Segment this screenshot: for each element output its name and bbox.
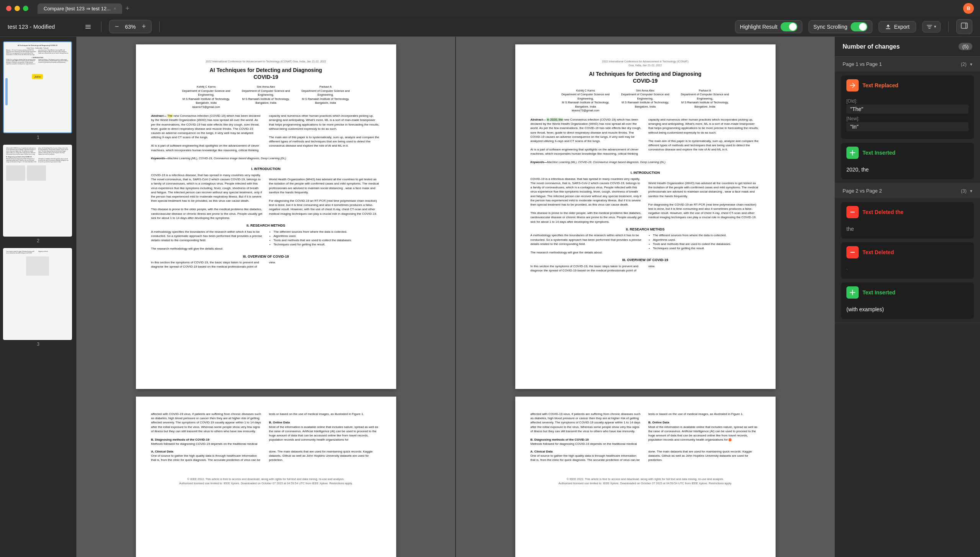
svg-rect-3 (961, 23, 967, 28)
change-card-deleted-the: Text Deleted the the (841, 202, 974, 238)
tab-label: Compare [test 123 ⇒ test 12... (44, 6, 111, 11)
layers-button[interactable] (83, 22, 93, 31)
left-doc-section: I. INTRODUCTION COVID-19 is a infectious… (151, 163, 381, 269)
right-doc-authors: Kshitij C Karns Department of Computer S… (531, 89, 760, 113)
change-card-inserted-1-header: Text Inserted (841, 143, 974, 163)
left-doc-page2-content: affected with COVID-19 virus, if patient… (151, 412, 381, 446)
change-card-replaced-body: [Old]: "The" [New]: "In" (841, 95, 974, 139)
old-value: "The" (846, 105, 969, 114)
change-card-deleted-the-header: Text Deleted the (841, 202, 974, 222)
deleted-icon-the (846, 206, 859, 218)
changes-panel: Number of changes (5) Page 1 vs Page 1 (… (835, 37, 980, 557)
tab-close-icon[interactable]: × (114, 6, 116, 11)
active-tab[interactable]: Compare [test 123 ⇒ test 12... × (38, 3, 122, 14)
tab-bar: Compare [test 123 ⇒ test 12... × + (38, 3, 963, 14)
left-doc-abstract: Abstract— The new Coronavirus infection … (151, 114, 381, 152)
sidebar-toggle-button[interactable] (956, 19, 972, 34)
right-doc-panel[interactable]: 2022 International Conference for Advanc… (456, 37, 835, 557)
change-card-deleted-header: Text Deleted (841, 242, 974, 262)
main-layout: AI Techniques for Detecting and Diagnosi… (0, 37, 980, 557)
highlight-result-knob (789, 23, 797, 31)
doc-title: test 123 - Modified (8, 23, 77, 30)
page-section-2-count: (3) ▾ (961, 188, 972, 194)
thumb-annotation-bar (5, 78, 8, 105)
deleted-label: Text Deleted (862, 249, 894, 255)
highlight-result-toggle[interactable]: Highlight Result (735, 20, 802, 33)
thumbnail-page-3[interactable]: Lorem ipsum content for page 3 thumbnail… (3, 248, 73, 347)
thumbnail-page-2[interactable]: affected with COVID-19 virus. If patient… (3, 145, 73, 243)
thumbnail-panel: AI Techniques for Detecting and Diagnosi… (0, 37, 77, 557)
thumbnail-page-1[interactable]: AI Techniques for Detecting and Diagnosi… (3, 41, 73, 140)
sync-scrolling-switch[interactable] (851, 22, 867, 31)
toolbar-divider-3 (948, 21, 949, 32)
change-card-deleted: Text Deleted · (841, 242, 974, 279)
right-doc-keywords: Keywords—Machine Learning (ML), COVID-19… (531, 160, 760, 165)
tab-add-icon[interactable]: + (125, 5, 129, 13)
replaced-icon (846, 79, 859, 91)
left-doc-title: AI Techniques for Detecting and Diagnosi… (151, 67, 381, 80)
replaced-label: Text Replaced (862, 82, 898, 88)
thumb-page-num-1: 1 (3, 135, 73, 140)
left-doc-panel[interactable]: 2022 International Conference for Advanc… (77, 37, 456, 557)
inserted-icon-1 (846, 147, 859, 159)
deleted-content-the: the (841, 222, 974, 238)
maximize-button[interactable] (23, 6, 28, 11)
change-card-replaced: Text Replaced [Old]: "The" [New]: "In" (841, 75, 974, 139)
deleted-label-the: Text Deleted the (862, 209, 903, 215)
right-doc-page-1: 2022 International Conference for Advanc… (515, 44, 776, 389)
deleted-content: · (841, 262, 974, 279)
right-doc-section: I. INTRODUCTION COVID-19 is a infectious… (531, 167, 760, 273)
change-card-inserted-2: Text Inserted (with examples) (841, 283, 974, 319)
svg-rect-2 (85, 28, 91, 29)
svg-rect-1 (85, 26, 91, 27)
zoom-decrease-button[interactable]: − (113, 22, 121, 31)
page-section-2-header[interactable]: Page 2 vs Page 2 (3) ▾ (835, 183, 980, 198)
user-avatar: B (963, 3, 974, 14)
left-doc-page2-content-b: A. Clinical Data One of source to gather… (151, 449, 381, 462)
title-bar: Compare [test 123 ⇒ test 12... × + B (0, 0, 980, 17)
new-value: "In" (846, 122, 969, 131)
right-doc-title: AI Techniques for Detecting and Diagnosi… (531, 70, 760, 84)
change-card-inserted-1: Text Inserted 2020, the (841, 143, 974, 179)
changes-title: Number of changes (843, 43, 900, 50)
page-section-1: Page 1 vs Page 1 (2) ▾ Text Replaced (835, 57, 980, 183)
zoom-increase-button[interactable]: + (140, 22, 148, 31)
left-doc-keywords: Keywords—Machine Learning (ML), COVID-19… (151, 156, 381, 161)
highlight-result-switch[interactable] (781, 22, 797, 31)
thumbnail-img-3: Lorem ipsum content for page 3 thumbnail… (3, 248, 72, 340)
minimize-button[interactable] (15, 6, 20, 11)
section-2-chevron-icon: ▾ (970, 188, 972, 194)
thumb-page-num-2: 2 (3, 238, 73, 243)
inserted-label-1: Text Inserted (862, 150, 895, 156)
svg-rect-0 (85, 25, 91, 26)
thumb-content-2: affected with COVID-19 virus. If patient… (4, 145, 71, 236)
documents-area: 2022 International Conference for Advanc… (77, 37, 835, 557)
thumbnail-img-1: AI Techniques for Detecting and Diagnosi… (3, 41, 72, 133)
filter-button[interactable]: ▾ (922, 21, 941, 33)
traffic-lights (6, 6, 28, 11)
sync-scrolling-toggle[interactable]: Sync Scrolling (808, 20, 872, 33)
left-doc-page-1: 2022 International Conference for Advanc… (136, 44, 396, 389)
right-doc-copyright: © IEEE 2022. This article is free to acc… (531, 477, 760, 485)
toolbar-divider-2 (159, 21, 160, 32)
changes-count: (5) (959, 43, 972, 50)
changes-header: Number of changes (5) (835, 37, 980, 57)
change-card-replaced-header: Text Replaced (841, 75, 974, 95)
sync-scrolling-knob (859, 23, 867, 31)
inserted-icon-2 (846, 286, 859, 299)
right-doc-header: 2022 International Conference for Advanc… (531, 60, 760, 67)
old-value-row: [Old]: "The" (846, 98, 969, 114)
right-doc-abstract: Abstract— In 2020, the new Coronavirus i… (531, 118, 760, 156)
left-doc-page-2: affected with COVID-19 virus, if patient… (136, 397, 396, 557)
close-button[interactable] (6, 6, 11, 11)
page-section-1-header[interactable]: Page 1 vs Page 1 (2) ▾ (835, 57, 980, 72)
thumbnail-img-2: affected with COVID-19 virus. If patient… (3, 145, 72, 237)
old-label: [Old]: (846, 98, 969, 104)
export-button[interactable]: Export (879, 21, 916, 33)
highlight-result-label: Highlight Result (740, 24, 777, 30)
thumb-content-1: AI Techniques for Detecting and Diagnosi… (4, 42, 71, 132)
change-card-inserted-2-header: Text Inserted (841, 283, 974, 302)
left-doc-copyright: © IEEE 2022. This article is free to acc… (151, 477, 381, 485)
thumb-content-3: Lorem ipsum content for page 3 thumbnail… (4, 249, 71, 339)
zoom-controls: − 63% + (109, 20, 152, 33)
